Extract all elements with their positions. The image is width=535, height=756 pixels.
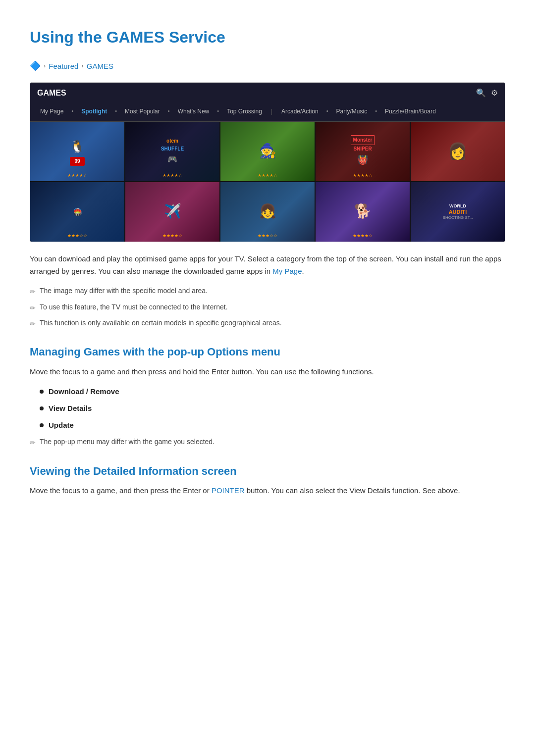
game-stars-2: ★★★★☆: [162, 172, 182, 179]
nav-arcade: Arcade/Action: [278, 106, 321, 117]
nav-sep-3: •: [165, 106, 173, 117]
game-thumb-2: otem SHUFFLE 🎮 ★★★★☆: [125, 122, 219, 181]
games-grid: 🐧 09 ★★★★☆ otem SHUFFLE 🎮 ★★★★☆ 🧙 ★★★★☆: [30, 122, 505, 242]
bullet-label-2: View Details: [49, 403, 92, 414]
note-text-1: The image may differ with the specific m…: [40, 285, 208, 296]
game-stars-4: ★★★★☆: [353, 172, 373, 179]
nav-sep-1: •: [68, 106, 76, 117]
note-item-2: ✏ To use this feature, the TV must be co…: [30, 302, 505, 313]
game-thumb-9: 🐕 ★★★★☆: [316, 182, 410, 242]
section2-body: Move the focus to a game, and then press…: [30, 485, 505, 497]
nav-party: Party/Music: [333, 106, 371, 117]
my-page-link[interactable]: My Page: [272, 267, 302, 275]
nav-puzzle: Puzzle/Brain/Board: [382, 106, 439, 117]
nav-divider-1: |: [268, 106, 275, 117]
note-item-3: ✏ This function is only available on cer…: [30, 317, 505, 329]
settings-icon: ⚙: [491, 87, 498, 100]
game-thumb-7: ✈️ ★★★★☆: [125, 182, 219, 242]
nav-mypage: My Page: [37, 106, 66, 117]
search-icon: 🔍: [476, 87, 486, 100]
section2-body-after: button. You can also select the View Det…: [245, 486, 460, 495]
game-thumb-3: 🧙 ★★★★☆: [220, 122, 315, 181]
game-thumb-4: Monster SNIPER 👹 ★★★★☆: [316, 122, 410, 181]
game-thumb-10: WORLD AUDITI SHOOTING ST...: [411, 182, 505, 242]
note-text-2: To use this feature, the TV must be conn…: [40, 302, 228, 312]
intro-paragraph: You can download and play the optimised …: [30, 253, 505, 278]
nav-topgrossing: Top Grossing: [224, 106, 265, 117]
game-thumb-8: 👧 ★★★☆☆: [220, 182, 315, 242]
game-thumb-1: 🐧 09 ★★★★☆: [30, 122, 124, 181]
section1-note-text: The pop-up menu may differ with the game…: [40, 436, 214, 447]
nav-sep-6: •: [372, 106, 380, 117]
nav-sep-4: •: [214, 106, 222, 117]
bullet-download: Download / Remove: [40, 386, 505, 398]
games-ui-header: GAMES 🔍 ⚙: [30, 83, 505, 103]
note-item-1: ✏ The image may differ with the specific…: [30, 285, 505, 297]
breadcrumb-icon: 🔷: [30, 59, 41, 73]
section2-body-before: Move the focus to a game, and then press…: [30, 486, 212, 495]
games-ui-screenshot: GAMES 🔍 ⚙ My Page • Spotlight • Most Pop…: [30, 82, 505, 242]
section1-note-item: ✏ The pop-up menu may differ with the ga…: [30, 436, 505, 448]
breadcrumb-separator-2: ›: [81, 61, 83, 71]
games-ui-app-title: GAMES: [37, 87, 66, 100]
note-text-3: This function is only available on certa…: [40, 317, 282, 328]
nav-spotlight: Spotlight: [78, 106, 110, 117]
breadcrumb-games[interactable]: GAMES: [87, 60, 113, 72]
bullet-label-1: Download / Remove: [49, 386, 119, 398]
notes-list: ✏ The image may differ with the specific…: [30, 285, 505, 329]
pencil-icon-3: ✏: [30, 318, 36, 329]
game-stars-1: ★★★★☆: [67, 172, 87, 179]
bullet-dot-3: [40, 423, 44, 427]
section1-body: Move the focus to a game and then press …: [30, 366, 505, 378]
pencil-icon-1: ✏: [30, 286, 36, 297]
bullet-label-3: Update: [49, 419, 74, 431]
page-title: Using the GAMES Service: [30, 25, 505, 50]
bullet-update: Update: [40, 419, 505, 431]
game-stars-7: ★★★★☆: [162, 232, 182, 239]
section2-title: Viewing the Detailed Information screen: [30, 462, 505, 480]
game-thumb-5: 👩: [411, 122, 505, 181]
pointer-link[interactable]: POINTER: [212, 486, 245, 495]
breadcrumb-separator-1: ›: [44, 61, 46, 71]
bullet-dot-1: [40, 390, 44, 394]
games-ui-header-icons: 🔍 ⚙: [476, 87, 498, 100]
game-thumb-6: 🏟️ ★★★☆☆: [30, 182, 124, 242]
pencil-icon-4: ✏: [30, 437, 36, 448]
nav-sep-2: •: [112, 106, 120, 117]
bullet-dot-2: [40, 406, 44, 410]
games-nav-items: My Page • Spotlight • Most Popular • Wha…: [37, 106, 439, 117]
options-list: Download / Remove View Details Update: [40, 386, 505, 431]
game-stars-9: ★★★★☆: [353, 232, 373, 239]
games-nav-bar: My Page • Spotlight • Most Popular • Wha…: [30, 103, 505, 122]
section1-note-list: ✏ The pop-up menu may differ with the ga…: [30, 436, 505, 448]
section1-title: Managing Games with the pop-up Options m…: [30, 343, 505, 360]
pencil-icon-2: ✏: [30, 302, 36, 313]
game-stars-3: ★★★★☆: [258, 172, 277, 179]
game-stars-8: ★★★☆☆: [258, 232, 277, 239]
breadcrumb: 🔷 › Featured › GAMES: [30, 59, 505, 73]
breadcrumb-featured[interactable]: Featured: [49, 60, 78, 72]
game-stars-6: ★★★☆☆: [67, 232, 87, 239]
bullet-viewdetails: View Details: [40, 403, 505, 414]
nav-whatsnew: What's New: [175, 106, 213, 117]
nav-mostpopular: Most Popular: [122, 106, 163, 117]
nav-sep-5: •: [323, 106, 331, 117]
